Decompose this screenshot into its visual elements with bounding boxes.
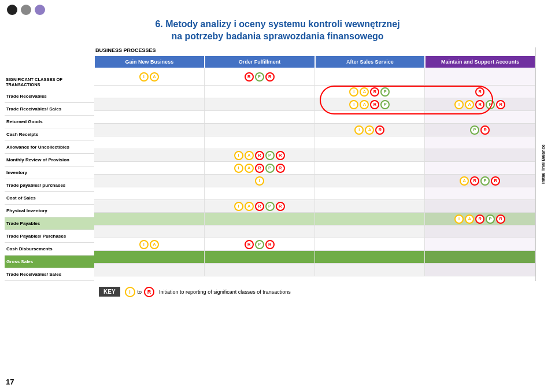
badge: I bbox=[454, 215, 464, 224]
cell-10-1 bbox=[205, 213, 315, 225]
bp-label: BUSINESS PROCESSES bbox=[94, 47, 535, 53]
cell-8-3 bbox=[425, 187, 535, 199]
row-label-10: Trade Payables bbox=[5, 217, 94, 230]
cell-2-2 bbox=[315, 111, 426, 123]
cell-7-2 bbox=[315, 175, 426, 187]
cell-7-0 bbox=[94, 175, 205, 187]
cell-6-1: I A R P R bbox=[205, 162, 315, 174]
badge: I bbox=[349, 100, 358, 109]
badge: I bbox=[454, 100, 464, 109]
key-badge-R: R bbox=[144, 287, 154, 297]
cell-10-0 bbox=[94, 213, 205, 225]
cell-9-3 bbox=[425, 200, 535, 212]
cell-10-3: I A R P R bbox=[425, 213, 535, 225]
cell-1-2: I A R P bbox=[315, 98, 426, 110]
cell-13-3 bbox=[425, 251, 535, 263]
cell-12-0: I A bbox=[94, 238, 205, 250]
cell-12-1: R P R bbox=[205, 238, 315, 250]
cell-9-0 bbox=[94, 200, 205, 212]
data-row-5: I A R P R bbox=[94, 149, 535, 162]
badge-I: I bbox=[139, 72, 149, 82]
badge: I bbox=[354, 125, 364, 135]
data-row-9: I A R P R bbox=[94, 200, 535, 213]
key-badge-I: I bbox=[125, 287, 135, 297]
sig-classes-header: SIGNIFICANT CLASSES OF TRANSACTIONS bbox=[5, 73, 94, 90]
badge: A bbox=[245, 164, 254, 173]
badge: P bbox=[380, 100, 390, 109]
dot-3 bbox=[35, 5, 45, 15]
key-to-label: to bbox=[138, 289, 142, 295]
badge: R bbox=[475, 100, 484, 109]
badge: R bbox=[255, 202, 264, 211]
data-row-4 bbox=[94, 136, 535, 149]
main-grid: BUSINESS PROCESSES Gain New Business Ord… bbox=[94, 47, 535, 281]
cell-3-3: P R bbox=[425, 124, 535, 136]
badge-R2: R bbox=[265, 72, 275, 82]
col-header-2: After Sales Service bbox=[315, 56, 426, 69]
cell-11-1 bbox=[205, 225, 315, 238]
cell-4-0 bbox=[94, 136, 205, 149]
cell-sig-1: R P R bbox=[205, 68, 315, 85]
badge: R bbox=[370, 100, 379, 109]
data-row-0: I A R P R bbox=[94, 86, 535, 98]
badge: P bbox=[265, 164, 275, 173]
cell-2-3 bbox=[425, 111, 535, 123]
left-sidebar: SIGNIFICANT CLASSES OF TRANSACTIONS Trad… bbox=[5, 47, 94, 281]
cell-8-2 bbox=[315, 187, 426, 199]
badge: R bbox=[276, 202, 285, 211]
badge: R bbox=[255, 151, 264, 160]
row-label-5: Monthly Review of Provision bbox=[5, 154, 94, 167]
row-label-4: Allowance for Uncollectibles bbox=[5, 141, 94, 154]
badge-P: P bbox=[255, 72, 264, 82]
badge: R bbox=[496, 100, 505, 109]
badge: P bbox=[380, 87, 390, 97]
row-label-11: Trade Payables/ Purchases bbox=[5, 230, 94, 243]
cell-4-2 bbox=[315, 136, 426, 149]
cell-3-0 bbox=[94, 124, 205, 136]
data-row-12: I A R P R bbox=[94, 238, 535, 251]
badge: R bbox=[255, 164, 264, 173]
data-row-11 bbox=[94, 225, 535, 238]
col-header-0: Gain New Business bbox=[94, 56, 205, 69]
page-title: 6. Metody analizy i oceny systemu kontro… bbox=[5, 19, 550, 43]
dot-1 bbox=[7, 5, 17, 15]
badge-R: R bbox=[245, 72, 254, 82]
key-section: KEY I to R Initiation to reporting of si… bbox=[94, 284, 550, 299]
cell-0-2: I A R P bbox=[315, 86, 426, 98]
data-row-13 bbox=[94, 251, 535, 264]
badge: R bbox=[276, 151, 285, 160]
cell-sig-0: I A bbox=[94, 68, 205, 85]
badge: I bbox=[234, 202, 243, 211]
cell-5-3 bbox=[425, 149, 535, 161]
badge: R bbox=[480, 125, 490, 135]
main-layout: SIGNIFICANT CLASSES OF TRANSACTIONS Trad… bbox=[5, 47, 550, 281]
key-description: Initiation to reporting of significant c… bbox=[159, 289, 291, 295]
badge: A bbox=[465, 100, 474, 109]
badge: R bbox=[265, 240, 275, 249]
badge: I bbox=[255, 176, 264, 186]
badge: A bbox=[360, 87, 369, 97]
cell-14-1 bbox=[205, 264, 315, 276]
page: 6. Metody analizy i oceny systemu kontro… bbox=[0, 0, 555, 392]
badge: A bbox=[365, 125, 374, 135]
col-header-spacer bbox=[5, 56, 94, 73]
badge: A bbox=[460, 176, 469, 186]
data-row-2 bbox=[94, 111, 535, 124]
cell-4-1 bbox=[205, 136, 315, 149]
right-bar: Initial Trial Balance bbox=[535, 47, 550, 281]
cell-11-2 bbox=[315, 225, 426, 238]
data-row-6: I A R P R bbox=[94, 162, 535, 175]
badge: P bbox=[255, 240, 264, 249]
badge: I bbox=[234, 164, 243, 173]
row-label-6: Inventory bbox=[5, 167, 94, 179]
data-row-8 bbox=[94, 187, 535, 200]
row-label-14: Trade Receivables/ Sales bbox=[5, 268, 94, 281]
cell-8-0 bbox=[94, 187, 205, 199]
badge: R bbox=[470, 176, 479, 186]
badge: A bbox=[360, 100, 369, 109]
badge: A bbox=[245, 202, 254, 211]
content-area: BUSINESS PROCESSES Gain New Business Ord… bbox=[94, 47, 550, 281]
dot-2 bbox=[21, 5, 31, 15]
sig-classes-row: I A R P R bbox=[94, 68, 535, 86]
page-number: 17 bbox=[6, 378, 14, 386]
